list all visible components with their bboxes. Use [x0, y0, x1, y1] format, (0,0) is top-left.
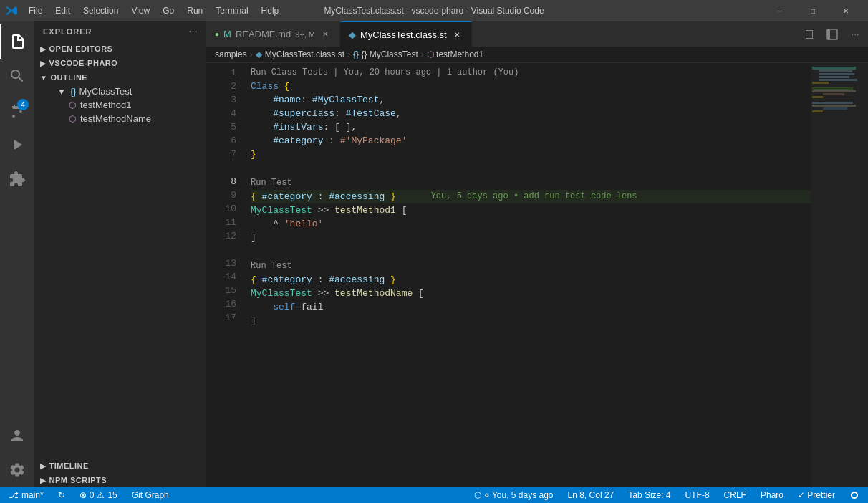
breadcrumb-class[interactable]: {} {} MyClassTest — [353, 49, 418, 59]
class-icon: {} — [70, 86, 77, 97]
classfile-tab-close[interactable]: ✕ — [451, 29, 463, 40]
activity-search[interactable] — [0, 59, 34, 93]
titlebar-menus: File Edit Selection View Go Run Terminal… — [23, 4, 284, 17]
window-title: MyClassTest.class.st - vscode-pharo - Vi… — [324, 6, 544, 16]
readme-tab-close[interactable]: ✕ — [319, 29, 331, 40]
more-actions-button[interactable]: ··· — [845, 24, 865, 44]
menu-edit[interactable]: Edit — [49, 4, 76, 17]
titlebar: File Edit Selection View Go Run Terminal… — [0, 0, 868, 21]
sync-button[interactable]: ↻ — [55, 487, 68, 503]
timeline-section: ▶ Timeline — [34, 459, 206, 473]
code-line-2: #name: #MyClassTest, — [251, 93, 811, 107]
encoding[interactable]: UTF-8 — [683, 487, 713, 503]
warning-icon: ⚠ — [97, 490, 105, 500]
editor-content: 1 2 3 4 5 6 7 8 9 10 11 12 13 14 15 16 1… — [206, 63, 868, 487]
code-lens-2: Run Test — [251, 258, 811, 273]
timeline-header[interactable]: ▶ Timeline — [34, 459, 206, 473]
timeline-chevron: ▶ — [40, 462, 47, 470]
close-button[interactable]: ✕ — [829, 0, 862, 21]
code-line-10: ^ 'hello' — [251, 217, 811, 231]
vscode-icon — [6, 5, 17, 16]
sidebar-header: Explorer ··· — [34, 21, 206, 42]
vscode-pharo-header[interactable]: ▶ VSCODE-PHARO — [34, 56, 206, 70]
code-line-6: } — [251, 148, 811, 161]
toggle-primary-sidebar-button[interactable] — [822, 24, 842, 44]
feedback-icon[interactable] — [847, 487, 862, 503]
tab-readme[interactable]: ● M README.md 9+, M ✕ — [206, 21, 340, 47]
window-controls: ─ □ ✕ — [763, 0, 862, 21]
source-control-badge: 4 — [17, 99, 29, 110]
minimize-button[interactable]: ─ — [763, 0, 796, 21]
menu-file[interactable]: File — [23, 4, 48, 17]
collapse-icon: ▼ — [57, 87, 66, 97]
git-blame-line: Run Class Tests | You, 20 hours ago | 1 … — [251, 66, 811, 80]
git-branch-icon: ⎇ — [9, 490, 19, 500]
code-line-3: #superclass: #TestCase, — [251, 107, 811, 120]
split-editor-icon — [804, 29, 815, 40]
activity-account[interactable] — [0, 418, 34, 453]
run-test-lens-1[interactable]: Run Test — [251, 175, 292, 190]
activity-explorer[interactable] — [0, 24, 34, 59]
code-line-14: MyClassTest >> testMethodName [ — [251, 287, 811, 300]
breadcrumb-method[interactable]: ⬡ testMethod1 — [427, 49, 483, 59]
git-diamond-icon: ⬡ — [474, 490, 481, 500]
code-editor[interactable]: Run Class Tests | You, 20 hours ago | 1 … — [242, 63, 811, 487]
tab-classfile[interactable]: ◆ MyClassTest.class.st ✕ — [340, 21, 472, 47]
settings-icon — [9, 461, 26, 479]
git-branch[interactable]: ⎇ main* — [6, 487, 47, 503]
sidebar-more-icon[interactable]: ··· — [189, 27, 198, 36]
git-blame-status[interactable]: ⬡ ⋄ You, 5 days ago — [471, 487, 556, 503]
status-bar: ⎇ main* ↻ ⊗ 0 ⚠ 15 Git Graph ⬡ ⋄ You, 5 … — [0, 487, 868, 503]
error-icon: ⊗ — [79, 490, 87, 500]
errors-warnings[interactable]: ⊗ 0 ⚠ 15 — [77, 487, 120, 503]
formatter[interactable]: ✓ Prettier — [795, 487, 838, 503]
svg-rect-2 — [827, 29, 830, 39]
open-editors-header[interactable]: ▶ Open Editors — [34, 42, 206, 56]
editor-area: ● M README.md 9+, M ✕ ◆ MyClassTest.clas… — [206, 21, 868, 487]
tabs-bar: ● M README.md 9+, M ✕ ◆ MyClassTest.clas… — [206, 21, 868, 47]
split-editor-button[interactable] — [799, 24, 819, 44]
code-lens-1: Run Test — [251, 175, 811, 190]
readme-tab-dot: ● — [215, 30, 219, 38]
search-icon — [9, 67, 26, 85]
breadcrumb-classfile[interactable]: MyClassTest.class.st — [265, 49, 344, 59]
menu-run[interactable]: Run — [181, 4, 208, 17]
git-graph[interactable]: Git Graph — [129, 487, 172, 503]
activity-extensions[interactable] — [0, 162, 34, 196]
run-test-lens-2[interactable]: Run Test — [251, 258, 292, 273]
menu-go[interactable]: Go — [157, 4, 180, 17]
outline-myclass-parent[interactable]: ▼ {} MyClassTest — [34, 85, 206, 98]
code-line-4: #instVars: [ ], — [251, 120, 811, 134]
keyword-class: Class — [251, 80, 284, 93]
cursor-position[interactable]: Ln 8, Col 27 — [565, 487, 617, 503]
outline-testmethod1[interactable]: ⬡ testMethod1 — [34, 98, 206, 112]
maximize-button[interactable]: □ — [796, 0, 829, 21]
breadcrumb-file-icon: ◆ — [256, 49, 262, 59]
code-line-5: #category : #'MyPackage' — [251, 134, 811, 148]
npm-scripts-header[interactable]: ▶ NPM Scripts — [34, 473, 206, 487]
language-mode[interactable]: Pharo — [758, 487, 786, 503]
breadcrumb-samples[interactable]: samples — [215, 49, 247, 59]
main-container: 4 Explorer ··· — [0, 21, 868, 487]
code-line-17 — [251, 327, 811, 341]
outline-testmethodname[interactable]: ⬡ testMethodName — [34, 112, 206, 125]
activity-run-debug[interactable] — [0, 128, 34, 162]
toggle-sidebar-icon — [826, 29, 838, 40]
menu-view[interactable]: View — [125, 4, 155, 17]
outline-header[interactable]: ▼ Outline — [34, 70, 206, 85]
code-line-16: ] — [251, 314, 811, 327]
files-icon — [9, 33, 26, 50]
tab-size[interactable]: Tab Size: 4 — [625, 487, 673, 503]
menu-help[interactable]: Help — [256, 4, 285, 17]
npm-scripts-section: ▶ NPM Scripts — [34, 473, 206, 487]
activity-source-control[interactable]: 4 — [0, 93, 34, 128]
breadcrumb-method-icon: ⬡ — [427, 49, 436, 59]
git-blame-inline: You, 5 days ago • add run test code lens — [410, 190, 637, 203]
activity-settings[interactable] — [0, 453, 34, 487]
menu-selection[interactable]: Selection — [77, 4, 124, 17]
line-ending[interactable]: CRLF — [721, 487, 749, 503]
menu-terminal[interactable]: Terminal — [210, 4, 254, 17]
vscode-pharo-chevron: ▶ — [40, 59, 47, 67]
readme-tab-badge: 9+, M — [295, 30, 315, 39]
npm-scripts-chevron: ▶ — [40, 476, 47, 484]
